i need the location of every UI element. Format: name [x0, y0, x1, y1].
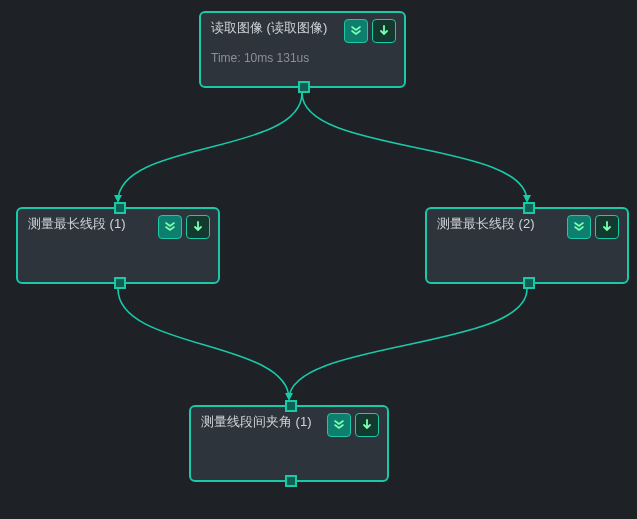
chevrons-down-icon[interactable] — [158, 215, 182, 239]
port-out[interactable] — [114, 277, 126, 289]
arrow-down-icon[interactable] — [355, 413, 379, 437]
chevrons-down-icon[interactable] — [344, 19, 368, 43]
arrow-down-icon[interactable] — [595, 215, 619, 239]
port-out[interactable] — [285, 475, 297, 487]
node-title: 测量最长线段 (1) — [28, 215, 154, 233]
port-out[interactable] — [523, 277, 535, 289]
node-measure-left[interactable]: 测量最长线段 (1) — [16, 207, 220, 284]
chevrons-down-icon[interactable] — [567, 215, 591, 239]
node-subtitle: Time: 10ms 131us — [201, 47, 404, 75]
node-title: 测量线段间夹角 (1) — [201, 413, 323, 431]
edge-read-to-right — [302, 93, 527, 201]
chevrons-down-icon[interactable] — [327, 413, 351, 437]
edge-left-to-angle — [118, 289, 289, 399]
node-title: 读取图像 (读取图像) — [211, 19, 340, 37]
edge-read-to-left — [118, 93, 302, 201]
node-read-image[interactable]: 读取图像 (读取图像) Time: 10ms 131us — [199, 11, 406, 88]
edge-right-to-angle — [289, 289, 527, 399]
port-in[interactable] — [114, 202, 126, 214]
node-measure-right[interactable]: 测量最长线段 (2) — [425, 207, 629, 284]
port-in[interactable] — [285, 400, 297, 412]
node-angle[interactable]: 测量线段间夹角 (1) — [189, 405, 389, 482]
node-title: 测量最长线段 (2) — [437, 215, 563, 233]
port-in[interactable] — [523, 202, 535, 214]
arrow-down-icon[interactable] — [372, 19, 396, 43]
port-out[interactable] — [298, 81, 310, 93]
arrow-down-icon[interactable] — [186, 215, 210, 239]
